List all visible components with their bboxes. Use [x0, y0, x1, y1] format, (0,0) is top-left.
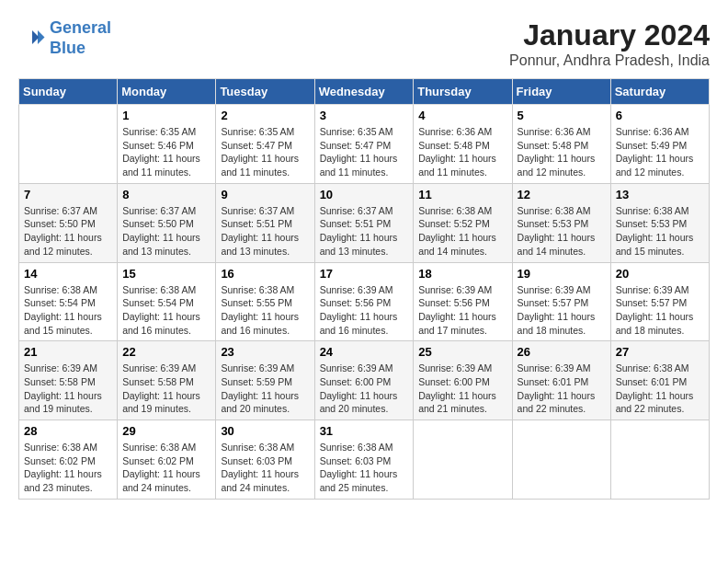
day-info: Sunrise: 6:38 AMSunset: 5:53 PMDaylight:… [518, 204, 606, 259]
day-info: Sunrise: 6:38 AMSunset: 5:54 PMDaylight:… [122, 283, 210, 338]
calendar-cell [414, 420, 512, 500]
day-number: 25 [418, 345, 506, 359]
col-header-wednesday: Wednesday [314, 79, 414, 105]
calendar-cell: 23Sunrise: 6:39 AMSunset: 5:59 PMDayligh… [216, 341, 314, 420]
day-info: Sunrise: 6:37 AMSunset: 5:50 PMDaylight:… [24, 204, 112, 259]
day-info: Sunrise: 6:36 AMSunset: 5:48 PMDaylight:… [518, 125, 606, 179]
calendar-cell: 17Sunrise: 6:39 AMSunset: 5:56 PMDayligh… [314, 262, 414, 341]
day-info: Sunrise: 6:38 AMSunset: 6:01 PMDaylight:… [616, 362, 704, 416]
calendar-cell: 29Sunrise: 6:38 AMSunset: 6:02 PMDayligh… [118, 420, 216, 500]
day-number: 14 [24, 267, 112, 281]
logo-icon [18, 25, 46, 52]
title-block: January 2024 Ponnur, Andhra Pradesh, Ind… [509, 18, 710, 69]
day-info: Sunrise: 6:35 AMSunset: 5:47 PMDaylight:… [221, 125, 309, 179]
day-info: Sunrise: 6:39 AMSunset: 5:58 PMDaylight:… [24, 362, 112, 416]
calendar-week-row: 7Sunrise: 6:37 AMSunset: 5:50 PMDaylight… [19, 183, 710, 262]
day-number: 23 [221, 345, 309, 359]
day-number: 29 [122, 424, 210, 438]
day-number: 5 [518, 109, 606, 122]
calendar-week-row: 14Sunrise: 6:38 AMSunset: 5:54 PMDayligh… [19, 262, 710, 341]
calendar-cell: 9Sunrise: 6:37 AMSunset: 5:51 PMDaylight… [216, 183, 314, 262]
col-header-friday: Friday [512, 79, 610, 105]
day-number: 31 [320, 424, 409, 438]
col-header-thursday: Thursday [414, 79, 512, 105]
calendar-week-row: 28Sunrise: 6:38 AMSunset: 6:02 PMDayligh… [19, 420, 710, 500]
day-info: Sunrise: 6:38 AMSunset: 6:03 PMDaylight:… [320, 441, 409, 495]
day-number: 16 [221, 267, 309, 281]
day-number: 11 [418, 188, 506, 201]
day-number: 27 [616, 345, 704, 359]
day-number: 24 [320, 345, 409, 359]
calendar-week-row: 1Sunrise: 6:35 AMSunset: 5:46 PMDaylight… [19, 105, 710, 184]
day-info: Sunrise: 6:37 AMSunset: 5:51 PMDaylight:… [221, 204, 309, 259]
day-info: Sunrise: 6:39 AMSunset: 5:57 PMDaylight:… [616, 283, 704, 338]
day-info: Sunrise: 6:38 AMSunset: 5:54 PMDaylight:… [24, 283, 112, 338]
day-info: Sunrise: 6:38 AMSunset: 5:52 PMDaylight:… [418, 204, 506, 259]
calendar-body: 1Sunrise: 6:35 AMSunset: 5:46 PMDaylight… [19, 105, 710, 500]
calendar-cell: 20Sunrise: 6:39 AMSunset: 5:57 PMDayligh… [610, 262, 709, 341]
calendar-cell: 5Sunrise: 6:36 AMSunset: 5:48 PMDaylight… [512, 105, 610, 184]
calendar-cell: 1Sunrise: 6:35 AMSunset: 5:46 PMDaylight… [118, 105, 216, 184]
calendar-cell: 8Sunrise: 6:37 AMSunset: 5:50 PMDaylight… [118, 183, 216, 262]
day-info: Sunrise: 6:38 AMSunset: 5:55 PMDaylight:… [221, 283, 309, 338]
day-info: Sunrise: 6:39 AMSunset: 6:00 PMDaylight:… [320, 362, 409, 416]
day-number: 21 [24, 345, 112, 359]
col-header-tuesday: Tuesday [216, 79, 314, 105]
calendar-header-row: SundayMondayTuesdayWednesdayThursdayFrid… [19, 79, 710, 105]
calendar-cell: 28Sunrise: 6:38 AMSunset: 6:02 PMDayligh… [19, 420, 118, 500]
col-header-sunday: Sunday [19, 79, 118, 105]
day-info: Sunrise: 6:39 AMSunset: 5:59 PMDaylight:… [221, 362, 309, 416]
day-number: 18 [418, 267, 506, 281]
day-info: Sunrise: 6:35 AMSunset: 5:47 PMDaylight:… [320, 125, 409, 179]
calendar-cell: 22Sunrise: 6:39 AMSunset: 5:58 PMDayligh… [118, 341, 216, 420]
day-number: 30 [221, 424, 309, 438]
calendar-cell: 15Sunrise: 6:38 AMSunset: 5:54 PMDayligh… [118, 262, 216, 341]
calendar-cell: 10Sunrise: 6:37 AMSunset: 5:51 PMDayligh… [314, 183, 414, 262]
day-info: Sunrise: 6:39 AMSunset: 5:57 PMDaylight:… [518, 283, 606, 338]
day-info: Sunrise: 6:39 AMSunset: 6:01 PMDaylight:… [518, 362, 606, 416]
day-info: Sunrise: 6:38 AMSunset: 6:02 PMDaylight:… [24, 441, 112, 495]
day-number: 8 [122, 188, 210, 201]
calendar-cell: 27Sunrise: 6:38 AMSunset: 6:01 PMDayligh… [610, 341, 709, 420]
calendar-cell: 21Sunrise: 6:39 AMSunset: 5:58 PMDayligh… [19, 341, 118, 420]
calendar-cell: 13Sunrise: 6:38 AMSunset: 5:53 PMDayligh… [610, 183, 709, 262]
day-number: 20 [616, 267, 704, 281]
day-number: 13 [616, 188, 704, 201]
day-number: 22 [122, 345, 210, 359]
month-title: January 2024 [509, 18, 710, 52]
calendar-cell: 25Sunrise: 6:39 AMSunset: 6:00 PMDayligh… [414, 341, 512, 420]
calendar-week-row: 21Sunrise: 6:39 AMSunset: 5:58 PMDayligh… [19, 341, 710, 420]
day-info: Sunrise: 6:36 AMSunset: 5:48 PMDaylight:… [418, 125, 506, 179]
day-number: 9 [221, 188, 309, 201]
day-number: 2 [221, 109, 309, 122]
calendar-cell: 19Sunrise: 6:39 AMSunset: 5:57 PMDayligh… [512, 262, 610, 341]
day-number: 3 [320, 109, 409, 122]
day-number: 7 [24, 188, 112, 201]
day-info: Sunrise: 6:38 AMSunset: 5:53 PMDaylight:… [616, 204, 704, 259]
day-number: 17 [320, 267, 409, 281]
calendar-cell: 14Sunrise: 6:38 AMSunset: 5:54 PMDayligh… [19, 262, 118, 341]
calendar-cell: 16Sunrise: 6:38 AMSunset: 5:55 PMDayligh… [216, 262, 314, 341]
calendar-cell: 18Sunrise: 6:39 AMSunset: 5:56 PMDayligh… [414, 262, 512, 341]
calendar-cell: 30Sunrise: 6:38 AMSunset: 6:03 PMDayligh… [216, 420, 314, 500]
calendar-cell: 31Sunrise: 6:38 AMSunset: 6:03 PMDayligh… [314, 420, 414, 500]
day-info: Sunrise: 6:39 AMSunset: 5:56 PMDaylight:… [418, 283, 506, 338]
day-number: 6 [616, 109, 704, 122]
day-info: Sunrise: 6:35 AMSunset: 5:46 PMDaylight:… [122, 125, 210, 179]
day-number: 10 [320, 188, 409, 201]
calendar-cell: 4Sunrise: 6:36 AMSunset: 5:48 PMDaylight… [414, 105, 512, 184]
day-info: Sunrise: 6:39 AMSunset: 5:58 PMDaylight:… [122, 362, 210, 416]
day-number: 12 [518, 188, 606, 201]
day-number: 19 [518, 267, 606, 281]
calendar-cell [19, 105, 118, 184]
calendar-cell: 6Sunrise: 6:36 AMSunset: 5:49 PMDaylight… [610, 105, 709, 184]
day-info: Sunrise: 6:36 AMSunset: 5:49 PMDaylight:… [616, 125, 704, 179]
day-info: Sunrise: 6:39 AMSunset: 5:56 PMDaylight:… [320, 283, 409, 338]
col-header-saturday: Saturday [610, 79, 709, 105]
col-header-monday: Monday [118, 79, 216, 105]
calendar-cell [610, 420, 709, 500]
day-info: Sunrise: 6:38 AMSunset: 6:03 PMDaylight:… [221, 441, 309, 495]
calendar-cell: 3Sunrise: 6:35 AMSunset: 5:47 PMDaylight… [314, 105, 414, 184]
calendar-cell: 12Sunrise: 6:38 AMSunset: 5:53 PMDayligh… [512, 183, 610, 262]
calendar-table: SundayMondayTuesdayWednesdayThursdayFrid… [18, 78, 710, 500]
